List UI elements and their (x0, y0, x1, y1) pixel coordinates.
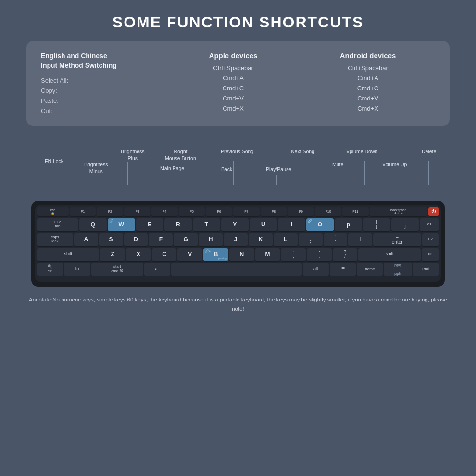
key-f11[interactable]: F11 (342, 207, 369, 217)
key-y[interactable]: Y (221, 218, 249, 232)
key-f[interactable]: F (149, 233, 173, 247)
key-pgup-pgdn[interactable]: pgup pgdn (384, 263, 412, 276)
key-h[interactable]: H (199, 233, 223, 247)
key-f7[interactable]: F7 (233, 207, 260, 217)
key-m[interactable]: M (255, 248, 280, 262)
key-bracket-close[interactable]: }] (391, 218, 419, 232)
label-delete: Delete (422, 149, 436, 155)
key-bracket-open[interactable]: {[ (363, 218, 390, 232)
apple-row2: Cmd+C (166, 85, 301, 92)
key-v[interactable]: V (177, 248, 202, 262)
key-gt[interactable]: ›. (307, 248, 332, 262)
line-main-page (171, 174, 171, 185)
key-question[interactable]: ?/ (333, 248, 358, 262)
line-back (224, 175, 224, 185)
key-q[interactable]: Q (79, 218, 107, 232)
label-fn-lock: FN Lock (45, 158, 63, 165)
key-03[interactable]: 03 (422, 248, 439, 262)
number-row: F12tab Q 🔗 W E R T Y U I 🔗 O p {[ }] (37, 218, 439, 232)
key-alt-left[interactable]: alt (144, 263, 170, 276)
label-right-mouse: RoghtMouse Button (165, 149, 196, 162)
android-row4: Cmd+X (301, 105, 435, 112)
key-b[interactable]: 🔗1 B pairing (203, 248, 228, 262)
key-backspace[interactable]: backspacedelete (370, 207, 427, 217)
key-menu[interactable]: ☰ (330, 263, 356, 276)
key-p[interactable]: p (335, 218, 362, 232)
key-02[interactable]: 02 (422, 233, 439, 247)
key-f8[interactable]: F8 (261, 207, 287, 217)
key-fn[interactable]: fn (64, 263, 90, 276)
key-l[interactable]: L (274, 233, 298, 247)
key-e[interactable]: E (136, 218, 163, 232)
key-d[interactable]: D (124, 233, 148, 247)
key-f6[interactable]: F6 (206, 207, 232, 217)
line-next-song (304, 161, 304, 185)
key-ctrl[interactable]: 🔍ctrl (37, 263, 63, 276)
annotation-text: Annotate:No numeric keys, simple keys 60… (26, 295, 450, 313)
bottom-row: 🔍ctrl fn startcmd ⌘ alt alt ☰ home pgup … (37, 263, 439, 276)
row-label-cut: Cut: (41, 107, 161, 114)
key-shift-right[interactable]: shift (358, 248, 420, 262)
page-title: SOME FUNCTION SHORTCUTS (113, 13, 363, 31)
line-fn-lock (50, 169, 50, 184)
key-home[interactable]: home (357, 263, 383, 276)
keyboard-body: esc🔒 F1 F2 F3 F4 F5 F6 F7 F8 F9 F10 F11 … (31, 201, 445, 287)
key-pipe[interactable]: ‖ (348, 233, 372, 247)
row-label-selectall: Select All: (41, 77, 161, 84)
key-r[interactable]: R (164, 218, 192, 232)
apple-row0: Ctrl+Spacebar (166, 64, 301, 72)
key-f3[interactable]: F3 (124, 207, 150, 217)
label-brightness-plus: BrightnessPlus (121, 149, 145, 162)
key-i[interactable]: I (278, 218, 305, 232)
label-play-pause: Play/Pause (266, 166, 291, 173)
key-o[interactable]: 🔗 O (306, 218, 334, 232)
key-x[interactable]: X (126, 248, 151, 262)
key-w[interactable]: 🔗 W (108, 218, 135, 232)
key-esc[interactable]: esc🔒 (37, 207, 69, 217)
line-delete (428, 161, 429, 185)
key-t[interactable]: T (193, 218, 220, 232)
key-spacebar[interactable] (171, 263, 301, 276)
label-volume-down: Vplume Down (346, 149, 377, 155)
key-lt[interactable]: ‹, (281, 248, 306, 262)
key-enter[interactable]: =enter (373, 233, 421, 247)
col3-header: Android devices (301, 51, 435, 60)
key-k[interactable]: K (249, 233, 273, 247)
line-previous-song (233, 161, 234, 185)
row-label-copy: Copy: (41, 87, 161, 94)
key-01[interactable]: 01 (420, 218, 439, 232)
key-u[interactable]: U (250, 218, 277, 232)
key-f9[interactable]: F9 (288, 207, 314, 217)
col1-header: English and ChineseInput Method Switchin… (41, 51, 161, 70)
fn-row: esc🔒 F1 F2 F3 F4 F5 F6 F7 F8 F9 F10 F11 … (37, 207, 439, 217)
label-previous-song: Previous Song (221, 149, 253, 155)
key-alt-right[interactable]: alt (303, 263, 329, 276)
key-caps[interactable]: capslock (37, 233, 73, 247)
key-power[interactable]: ⏻ (428, 207, 439, 217)
zxcv-row: shift Z X C V 🔗1 B pairing N M ‹, ›. ?/ … (37, 248, 439, 262)
key-semicolon[interactable]: :; (299, 233, 323, 247)
key-j[interactable]: J (224, 233, 248, 247)
key-a[interactable]: A (74, 233, 98, 247)
key-z[interactable]: Z (100, 248, 125, 262)
line-volume-up (398, 170, 398, 185)
key-end[interactable]: end (413, 263, 439, 276)
key-f5[interactable]: F5 (179, 207, 205, 217)
key-f4[interactable]: F4 (151, 207, 178, 217)
apple-row3: Cmd+V (166, 95, 301, 102)
key-f2[interactable]: F2 (97, 207, 123, 217)
apple-row1: Cmd+A (166, 75, 301, 82)
key-tab[interactable]: F12tab (37, 218, 78, 232)
key-n[interactable]: N (229, 248, 254, 262)
label-volume-up: Volume Up (382, 162, 407, 168)
key-quote[interactable]: "' (324, 233, 348, 247)
key-s[interactable]: S (99, 233, 123, 247)
key-start[interactable]: startcmd ⌘ (91, 263, 144, 276)
key-g[interactable]: G (174, 233, 198, 247)
key-shift-left[interactable]: shift (37, 248, 99, 262)
key-f1[interactable]: F1 (70, 207, 96, 217)
shortcuts-table: English and ChineseInput Method Switchin… (26, 41, 450, 126)
key-f10[interactable]: F10 (315, 207, 341, 217)
label-brightness-minus: BrightnessMinus (84, 162, 108, 175)
key-c[interactable]: C (152, 248, 177, 262)
